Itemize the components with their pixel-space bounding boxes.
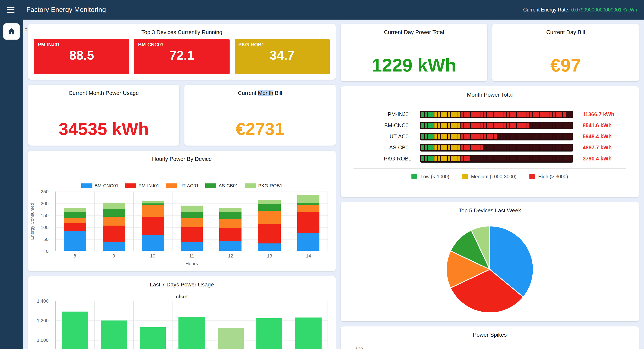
- bar: [295, 318, 321, 349]
- chart-slot: [172, 192, 212, 251]
- month-bar-segment: [569, 145, 572, 150]
- month-device-value: 3790.4 kWh: [583, 156, 612, 162]
- month-device-row: PM-INJ0111366.7 kWh: [348, 111, 632, 118]
- month-bar-segment: [543, 123, 546, 128]
- month-device-value: 4887.7 kWh: [583, 145, 612, 151]
- home-button[interactable]: [4, 23, 20, 39]
- last7-y-ticks: 1,4001,2001,000: [28, 301, 52, 349]
- month-bar-segment: [480, 156, 483, 161]
- month-bar-segment: [550, 145, 552, 150]
- stacked-bar-segment: [180, 242, 203, 251]
- x-axis-label: Hours: [55, 261, 328, 266]
- divider: [354, 168, 626, 169]
- month-bar-segment: [507, 134, 510, 139]
- month-bar-segment: [569, 112, 572, 117]
- axis-tick-label: 1,200: [37, 318, 48, 323]
- month-bar-segment: [526, 112, 529, 117]
- legend-item[interactable]: AS-CB01: [206, 183, 238, 188]
- month-device-bar: [420, 133, 573, 140]
- month-bar-segment: [563, 145, 566, 150]
- month-bar-segment: [559, 145, 562, 150]
- month-bar-segment: [530, 145, 532, 150]
- stacked-bar-segment: [297, 233, 320, 251]
- main-content: Top 3 Devices Currently Running PM-INJ01…: [23, 19, 644, 349]
- axis-tick-label: 250: [41, 189, 48, 194]
- month-bar-segment: [566, 123, 568, 128]
- month-bar-segment: [517, 134, 520, 139]
- month-bar-segment: [438, 123, 440, 128]
- menu-icon[interactable]: [7, 5, 17, 15]
- pie-wrap: [341, 225, 639, 314]
- title-text: Bill: [273, 90, 282, 96]
- legend-item[interactable]: UT-AC01: [166, 183, 199, 188]
- month-bar-segment: [504, 112, 506, 117]
- month-bar-segment: [490, 134, 493, 139]
- legend-swatch: [125, 183, 136, 188]
- card-title: Power Spikes: [341, 327, 639, 338]
- chart-slot: [56, 192, 95, 251]
- month-bar-segment: [526, 156, 529, 161]
- stacked-bar: [258, 200, 281, 251]
- stacked-bar: [297, 195, 320, 251]
- month-bar-segment: [566, 156, 568, 161]
- month-bar-segment: [510, 123, 513, 128]
- month-bar-segment: [454, 134, 457, 139]
- device-tile-value: 88.5: [38, 48, 126, 62]
- month-bar-segment: [556, 156, 559, 161]
- month-bar-segment: [536, 156, 539, 161]
- month-bar-segment: [500, 134, 503, 139]
- month-device-bar: [420, 122, 573, 129]
- month-bar-segment: [441, 123, 444, 128]
- chart-slot: [211, 301, 250, 349]
- month-bar-segment: [494, 134, 496, 139]
- hourly-plot: [55, 192, 328, 251]
- legend-label: AS-CB01: [219, 183, 238, 188]
- energy-rate-unit: €/kWh: [623, 7, 637, 12]
- axis-tick-label: 150: [41, 213, 48, 218]
- stacked-bar-segment: [103, 203, 125, 209]
- month-bar-segment: [464, 112, 467, 117]
- month-bar-segment: [444, 134, 447, 139]
- month-bar-segment: [517, 112, 520, 117]
- month-bar-segment: [477, 134, 480, 139]
- axis-tick-label: 1,400: [37, 298, 48, 304]
- axis-tick-label: 14: [289, 253, 328, 258]
- legend-swatch: [245, 183, 256, 188]
- month-bar-segment: [448, 123, 450, 128]
- device-tile-name: BM-CNC01: [138, 42, 226, 47]
- month-bar-segment: [451, 112, 454, 117]
- stacked-bar-segment: [64, 231, 86, 251]
- month-bar-segment: [421, 145, 424, 150]
- month-bar-segment: [566, 112, 568, 117]
- stacked-bar-segment: [180, 206, 203, 212]
- legend-swatch: [529, 174, 535, 179]
- title-text: Current: [238, 90, 258, 96]
- legend-item[interactable]: PM-INJ01: [125, 183, 159, 188]
- legend-item[interactable]: PKG-ROB1: [245, 183, 282, 188]
- month-bar-segment: [546, 123, 549, 128]
- axis-tick-label: 100: [41, 225, 48, 230]
- right-column: Current Day Power Total 1229 kWh Current…: [341, 24, 639, 345]
- month-bar-segment: [444, 123, 447, 128]
- month-bar-segment: [563, 123, 566, 128]
- month-bar-segment: [517, 156, 520, 161]
- month-usage-value: 34535 kWh: [28, 119, 179, 139]
- legend-label: High (> 3000): [538, 174, 568, 179]
- month-bar-segment: [431, 134, 434, 139]
- month-bar-segment: [517, 145, 520, 150]
- chart-slot: [56, 301, 95, 349]
- month-bar-segment: [523, 156, 526, 161]
- hourly-x-ticks: 891011121314: [55, 253, 328, 258]
- month-bar-segment: [556, 145, 559, 150]
- bar: [179, 317, 205, 349]
- month-bar-segment: [467, 156, 470, 161]
- stacked-bar-segment: [180, 218, 203, 227]
- legend-item[interactable]: BM-CNC01: [81, 183, 118, 188]
- month-power-total-card: Month Power Total PM-INJ0111366.7 kWhBM-…: [341, 86, 639, 197]
- month-bar-segment: [480, 134, 483, 139]
- selected-text: Month: [258, 90, 273, 96]
- month-bar-segment: [474, 134, 476, 139]
- month-bar-segment: [520, 134, 522, 139]
- month-bar-segment: [461, 112, 464, 117]
- last7-plot: [55, 301, 328, 349]
